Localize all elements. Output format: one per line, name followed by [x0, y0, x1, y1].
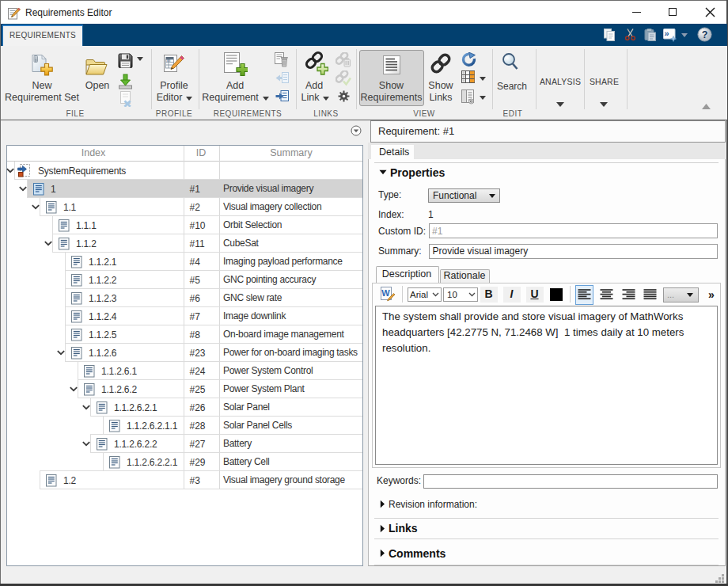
svg-text:333: 333	[166, 59, 171, 63]
svg-text:?: ?	[702, 29, 708, 40]
svg-text:»: »	[665, 29, 669, 38]
